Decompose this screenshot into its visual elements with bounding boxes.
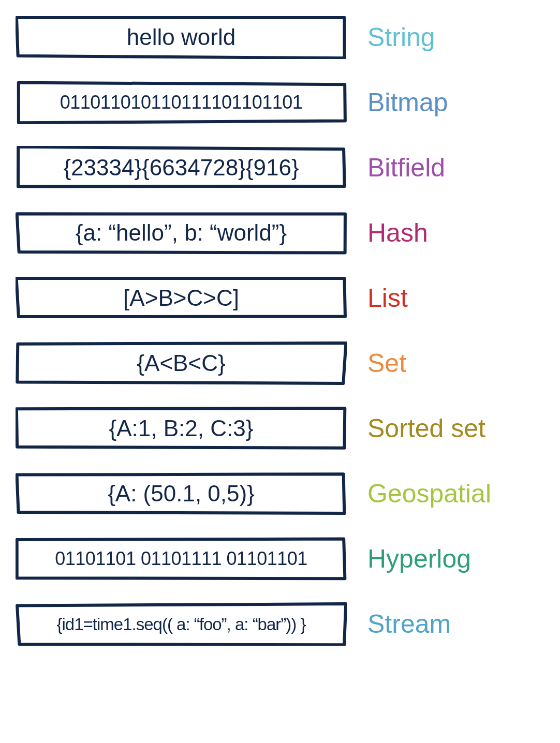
type-label: Bitmap <box>367 90 448 115</box>
value-text: hello world <box>127 26 235 49</box>
value-text: {id1=time1.seq(( a: “foo”, a: “bar”)) } <box>57 616 306 633</box>
value-box: {id1=time1.seq(( a: “foo”, a: “bar”)) } <box>16 602 347 646</box>
type-label: List <box>367 285 408 311</box>
type-row: {23334}{6634728}{916}Bitfield <box>16 146 539 189</box>
type-label: String <box>367 24 435 50</box>
type-row: {A<B<C}Set <box>16 341 539 385</box>
value-box: {A:1, B:2, C:3} <box>16 407 347 450</box>
value-text: {a: “hello”, b: “world”} <box>76 221 287 244</box>
value-text: {A<B<C} <box>137 352 225 375</box>
value-text: 01101101 01101111 01101101 <box>55 549 307 568</box>
value-box: 011011010110111101101101 <box>16 81 347 124</box>
type-row: {id1=time1.seq(( a: “foo”, a: “bar”)) }S… <box>16 602 539 646</box>
value-box: {A: (50.1, 0,5)} <box>16 472 347 515</box>
value-text: 011011010110111101101101 <box>60 93 303 112</box>
type-row: [A>B>C>C]List <box>16 276 539 320</box>
type-label: Hyperlog <box>367 546 471 572</box>
value-text: {A: (50.1, 0,5)} <box>108 482 255 505</box>
type-row: 01101101 01101111 01101101Hyperlog <box>16 537 539 581</box>
value-box: {A<B<C} <box>16 341 347 385</box>
type-label: Set <box>367 350 406 376</box>
value-box: {a: “hello”, b: “world”} <box>16 211 347 255</box>
value-box: [A>B>C>C] <box>16 276 347 320</box>
type-label: Hash <box>367 220 428 246</box>
type-label: Bitfield <box>367 155 445 181</box>
value-text: [A>B>C>C] <box>123 287 239 309</box>
type-row: {A:1, B:2, C:3}Sorted set <box>16 407 539 450</box>
value-text: {A:1, B:2, C:3} <box>109 417 254 440</box>
type-row: {a: “hello”, b: “world”}Hash <box>16 211 539 255</box>
value-box: hello world <box>16 16 347 59</box>
type-row: hello worldString <box>16 16 539 59</box>
type-row: {A: (50.1, 0,5)}Geospatial <box>16 472 539 515</box>
value-text: {23334}{6634728}{916} <box>63 156 299 179</box>
type-label: Stream <box>367 611 451 637</box>
type-label: Sorted set <box>367 415 485 441</box>
value-box: 01101101 01101111 01101101 <box>16 537 347 581</box>
type-row: 011011010110111101101101Bitmap <box>16 81 539 124</box>
data-types-diagram: hello worldString01101101011011110110110… <box>16 16 539 646</box>
value-box: {23334}{6634728}{916} <box>16 146 347 189</box>
type-label: Geospatial <box>367 481 491 507</box>
